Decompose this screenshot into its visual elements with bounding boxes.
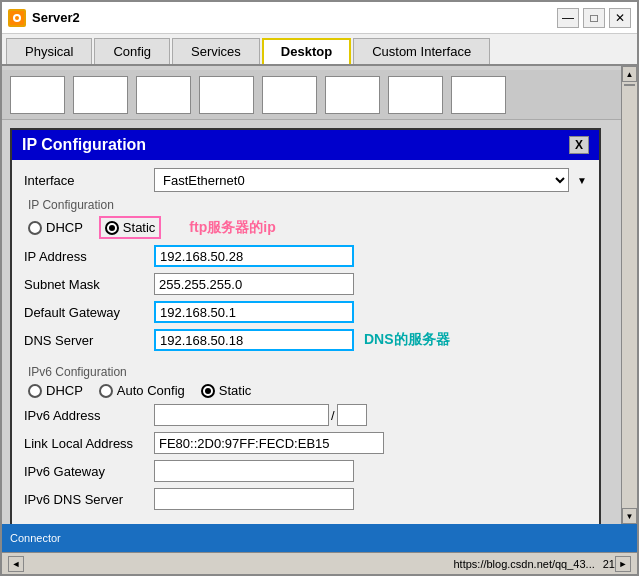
thumb-6: [325, 76, 380, 114]
ip-address-row: IP Address: [24, 245, 587, 267]
ipv6-static-radio-inner: [205, 388, 211, 394]
scrollbar[interactable]: ▲ ▼: [621, 66, 637, 524]
subnet-mask-row: Subnet Mask: [24, 273, 587, 295]
dialog-close-button[interactable]: X: [569, 136, 589, 154]
dns-server-row: DNS Server DNS的服务器: [24, 329, 587, 351]
ipv6-dns-input[interactable]: [154, 488, 354, 510]
title-bar: Server2 — □ ✕: [2, 2, 637, 34]
scroll-area: ▲ ▼: [2, 66, 637, 524]
window-controls: — □ ✕: [557, 8, 631, 28]
static-radio-outer[interactable]: [105, 221, 119, 235]
ip-config-section-label: IP Configuration: [24, 198, 587, 212]
ipv6-static-label: Static: [219, 383, 252, 398]
connector-label: Connector: [10, 532, 61, 544]
tabs-bar: Physical Config Services Desktop Custom …: [2, 34, 637, 66]
ipv6-dns-row: IPv6 DNS Server: [24, 488, 587, 510]
dropdown-arrow-icon: ▼: [577, 175, 587, 186]
scrollbar-down-btn[interactable]: ▼: [622, 508, 637, 524]
dhcp-radio-label: DHCP: [46, 220, 83, 235]
link-local-label: Link Local Address: [24, 436, 154, 451]
thumb-8: [451, 76, 506, 114]
ipv6-gateway-label: IPv6 Gateway: [24, 464, 154, 479]
link-local-row: Link Local Address: [24, 432, 587, 454]
ip-config-dialog: IP Configuration X Interface FastEtherne…: [10, 128, 601, 524]
ip-address-label: IP Address: [24, 249, 154, 264]
thumb-3: [136, 76, 191, 114]
content-area: IP Configuration X Interface FastEtherne…: [2, 66, 621, 524]
close-button[interactable]: ✕: [609, 8, 631, 28]
ipv6-address-input[interactable]: [154, 404, 329, 426]
tab-physical[interactable]: Physical: [6, 38, 92, 64]
ipv6-auto-label: Auto Config: [117, 383, 185, 398]
thumb-5: [262, 76, 317, 114]
ipv6-gateway-row: IPv6 Gateway: [24, 460, 587, 482]
thumb-2: [73, 76, 128, 114]
dns-server-input[interactable]: [154, 329, 354, 351]
thumb-1: [10, 76, 65, 114]
ipv6-dhcp-label: DHCP: [46, 383, 83, 398]
dns-annotation: DNS的服务器: [364, 331, 450, 349]
ipv6-section-label: IPv6 Configuration: [24, 365, 587, 379]
static-radio-inner: [109, 225, 115, 231]
interface-select[interactable]: FastEthernet0: [154, 168, 569, 192]
subnet-mask-input[interactable]: [154, 273, 354, 295]
static-radio[interactable]: Static: [105, 220, 156, 235]
ipv6-auto-radio-outer[interactable]: [99, 384, 113, 398]
dialog-body: Interface FastEthernet0 ▼ IP Configurati…: [12, 160, 599, 524]
dhcp-radio-outer[interactable]: [28, 221, 42, 235]
ipv6-dns-label: IPv6 DNS Server: [24, 492, 154, 507]
ipv6-gateway-input[interactable]: [154, 460, 354, 482]
static-radio-container: Static: [99, 216, 162, 239]
default-gateway-label: Default Gateway: [24, 305, 154, 320]
status-url: https://blog.csdn.net/qq_43...: [453, 558, 594, 570]
scroll-left-button[interactable]: ◄: [8, 556, 24, 572]
tab-custom[interactable]: Custom Interface: [353, 38, 490, 64]
default-gateway-row: Default Gateway: [24, 301, 587, 323]
thumb-4: [199, 76, 254, 114]
tab-services[interactable]: Services: [172, 38, 260, 64]
ipv6-dhcp-radio-outer[interactable]: [28, 384, 42, 398]
status-page-number: 21: [603, 558, 615, 570]
bottom-bar: Connector: [2, 524, 637, 552]
ipv6-auto-radio[interactable]: Auto Config: [99, 383, 185, 398]
ipv6-static-radio[interactable]: Static: [201, 383, 252, 398]
ftp-annotation: ftp服务器的ip: [189, 219, 275, 237]
dhcp-radio[interactable]: DHCP: [28, 220, 83, 235]
ip-address-input[interactable]: [154, 245, 354, 267]
scrollbar-thumb[interactable]: [624, 84, 635, 86]
dialog-title-text: IP Configuration: [22, 136, 146, 154]
tab-config[interactable]: Config: [94, 38, 170, 64]
thumbnail-strip: [2, 70, 621, 120]
subnet-mask-label: Subnet Mask: [24, 277, 154, 292]
main-content: ▲ ▼: [2, 66, 637, 552]
scrollbar-up-btn[interactable]: ▲: [622, 66, 637, 82]
main-window: Server2 — □ ✕ Physical Config Services D…: [0, 0, 639, 576]
ipv6-slash: /: [331, 408, 335, 423]
scroll-right-button[interactable]: ►: [615, 556, 631, 572]
ip-mode-radio-group: DHCP Static: [24, 216, 161, 239]
ipv6-prefix-input[interactable]: [337, 404, 367, 426]
ipv6-address-label: IPv6 Address: [24, 408, 154, 423]
status-bar: ◄ https://blog.csdn.net/qq_43... 21 ►: [2, 552, 637, 574]
interface-row: Interface FastEthernet0 ▼: [24, 168, 587, 192]
app-icon: [8, 9, 26, 27]
window-title: Server2: [32, 10, 557, 25]
ipv6-address-row: IPv6 Address /: [24, 404, 587, 426]
static-radio-label: Static: [123, 220, 156, 235]
default-gateway-input[interactable]: [154, 301, 354, 323]
svg-point-2: [15, 16, 19, 20]
ipv6-dhcp-radio[interactable]: DHCP: [28, 383, 83, 398]
dialog-title-bar: IP Configuration X: [12, 130, 599, 160]
tab-desktop[interactable]: Desktop: [262, 38, 351, 64]
link-local-input[interactable]: [154, 432, 384, 454]
maximize-button[interactable]: □: [583, 8, 605, 28]
thumb-7: [388, 76, 443, 114]
interface-label: Interface: [24, 173, 154, 188]
ipv6-mode-radio-group: DHCP Auto Config Static: [24, 383, 587, 398]
dns-server-label: DNS Server: [24, 333, 154, 348]
minimize-button[interactable]: —: [557, 8, 579, 28]
ipv6-static-radio-outer[interactable]: [201, 384, 215, 398]
